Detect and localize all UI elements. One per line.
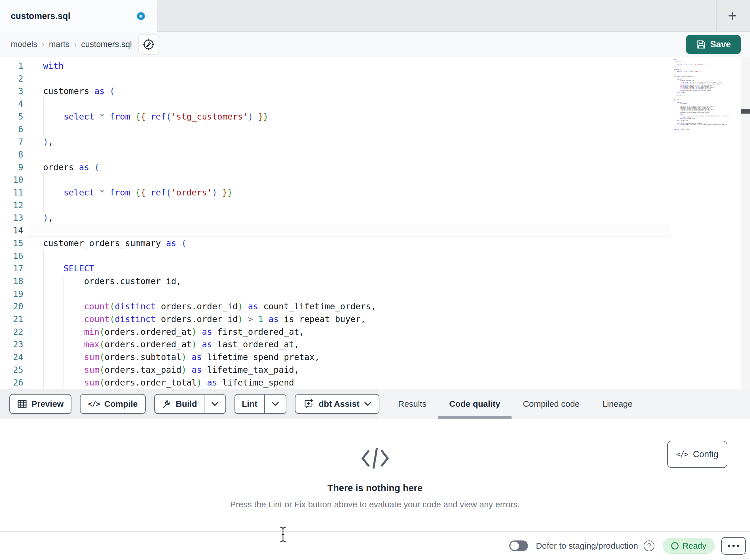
indent-guide [43,250,44,262]
code-line[interactable]: 15customer_orders_summary as ( [0,237,750,250]
chevron-down-icon [272,402,279,406]
code-line[interactable]: 18 orders.customer_id, [0,275,750,288]
line-number[interactable]: 4 [0,98,23,110]
lint-split-button: Lint [235,394,287,414]
build-button[interactable]: Build [155,395,204,413]
editor-scrollbar-thumb[interactable] [741,109,750,113]
breadcrumb-separator: › [42,40,44,49]
build-dropdown-button[interactable] [204,395,225,413]
editor-scrollbar-track[interactable] [741,57,750,389]
line-number[interactable]: 10 [0,173,23,186]
lint-dropdown-button[interactable] [264,395,286,413]
line-number[interactable]: 21 [0,313,23,326]
line-number[interactable]: 6 [0,123,23,136]
defer-label: Defer to staging/production [536,541,638,551]
line-number[interactable]: 17 [0,262,23,275]
code-line[interactable]: 4 [0,98,750,110]
code-line[interactable]: 10 [0,173,750,186]
action-toolbar: Preview </> Compile Build [0,389,750,419]
code-line[interactable]: 24 sum(orders.subtotal) as lifetime_spen… [0,351,750,364]
line-number[interactable]: 15 [0,237,23,250]
tab-customers-sql[interactable]: customers.sql [0,0,157,32]
help-icon[interactable]: ? [644,540,654,551]
code-line[interactable]: 9orders as ( [0,161,750,174]
line-number[interactable]: 9 [0,161,23,174]
status-ready-badge[interactable]: Ready [663,538,714,554]
line-number[interactable]: 26 [0,376,23,389]
code-line[interactable]: 1with [0,60,750,72]
line-number[interactable]: 16 [0,250,23,262]
config-label: Config [693,449,718,459]
code-line[interactable]: 20 count(distinct orders.order_id) as co… [0,300,750,313]
line-number[interactable]: 5 [0,110,23,123]
line-number[interactable]: 20 [0,300,23,313]
code-line[interactable]: 22 min(orders.ordered_at) as first_order… [0,326,750,338]
code-line[interactable]: 26 sum(orders.order_total) as lifetime_s… [0,376,750,389]
code-line[interactable]: 17 SELECT [0,262,750,275]
breadcrumb-marts[interactable]: marts [49,40,70,49]
dbt-assist-button[interactable]: dbt Assist [295,394,379,414]
ibeam-cursor [279,526,287,543]
defer-toggle[interactable] [509,540,528,551]
line-number[interactable]: 8 [0,148,23,161]
tabbar-divider [716,0,716,32]
empty-state-title: There is nothing here [0,483,750,494]
line-number[interactable]: 7 [0,136,23,148]
line-number[interactable]: 24 [0,351,23,364]
code-line[interactable]: 3customers as ( [0,85,750,98]
code-icon: </> [88,400,100,408]
active-line-highlight [27,224,671,237]
code-line[interactable]: 11 select * from {{ ref('orders') }} [0,186,750,199]
indent-guide [43,288,44,300]
code-line[interactable]: 6 [0,123,750,136]
lint-button[interactable]: Lint [235,395,264,413]
breadcrumb-models[interactable]: models [11,40,37,49]
line-number[interactable]: 18 [0,275,23,288]
preview-button[interactable]: Preview [9,394,72,414]
tab-compiled-code[interactable]: Compiled code [523,389,579,419]
breadcrumb-separator: › [74,40,77,49]
line-number[interactable]: 14 [0,224,23,237]
code-line[interactable]: 19 [0,288,750,300]
build-label: Build [176,399,197,409]
line-number[interactable]: 1 [0,60,23,72]
config-button[interactable]: </> Config [667,441,727,468]
chat-sparkle-icon [303,398,314,410]
lineage-compass-button[interactable] [138,34,159,55]
line-number[interactable]: 22 [0,326,23,338]
line-number[interactable]: 23 [0,338,23,351]
tab-code-quality[interactable]: Code quality [449,389,500,419]
code-line[interactable]: 2 [0,72,750,85]
line-number[interactable]: 11 [0,186,23,199]
preview-label: Preview [32,399,63,409]
tab-results[interactable]: Results [398,389,427,419]
code-line[interactable]: 7), [0,136,750,148]
code-line[interactable]: 12 [0,199,750,212]
line-number[interactable]: 13 [0,211,23,224]
code-line[interactable]: 13), [0,211,750,224]
code-line[interactable]: 25 sum(orders.tax_paid) as lifetime_tax_… [0,364,750,376]
code-line[interactable]: 5 select * from {{ ref('stg_customers') … [0,110,750,123]
save-label: Save [710,39,731,49]
breadcrumb-file: customers.sql [81,40,132,49]
code-quality-panel: There is nothing here Press the Lint or … [0,419,750,531]
tab-lineage[interactable]: Lineage [602,389,633,419]
code-line[interactable]: 14 [0,224,750,237]
save-button[interactable]: Save [686,35,741,54]
chevron-down-icon [211,402,219,406]
line-number[interactable]: 2 [0,72,23,85]
code-editor[interactable]: 1with23customers as (45 select * from {{… [0,57,750,389]
new-tab-button[interactable]: + [722,5,743,27]
code-line[interactable]: 21 count(distinct orders.order_id) > 1 a… [0,313,750,326]
code-line[interactable]: 16 [0,250,750,262]
more-options-button[interactable] [722,537,746,555]
code-line[interactable]: 8 [0,148,750,161]
compile-button[interactable]: </> Compile [80,394,145,414]
line-number[interactable]: 3 [0,85,23,98]
minimap[interactable]: with customers as ( select * from {{ ref… [674,59,739,130]
line-number[interactable]: 19 [0,288,23,300]
line-number[interactable]: 12 [0,199,23,212]
line-number[interactable]: 25 [0,364,23,376]
tab-title: customers.sql [11,11,70,21]
code-line[interactable]: 23 max(orders.ordered_at) as last_ordere… [0,338,750,351]
